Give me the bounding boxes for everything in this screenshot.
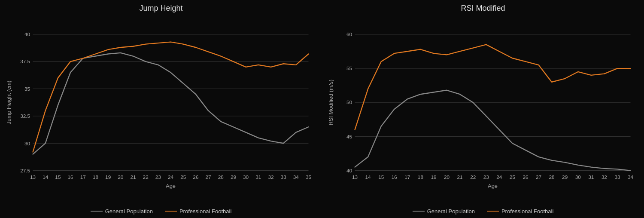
legend-label-general: General Population <box>427 208 475 215</box>
svg-text:25: 25 <box>180 174 186 180</box>
svg-text:19: 19 <box>105 174 111 180</box>
legend-label-football: Professional Football <box>179 208 231 215</box>
svg-text:40: 40 <box>24 31 30 37</box>
svg-text:15: 15 <box>378 174 384 180</box>
svg-text:14: 14 <box>43 174 49 180</box>
legend-rsi-modified: General PopulationProfessional Football <box>413 208 554 215</box>
legend-item-football: Professional Football <box>165 208 231 215</box>
svg-text:37.5: 37.5 <box>20 58 30 64</box>
svg-text:18: 18 <box>93 174 99 180</box>
svg-text:27.5: 27.5 <box>20 167 30 173</box>
svg-text:24: 24 <box>168 174 174 180</box>
svg-text:13: 13 <box>352 174 358 180</box>
legend-line-general <box>91 211 103 212</box>
svg-text:26: 26 <box>522 174 529 180</box>
svg-rsi-modified: 4045505560131415161718192021222324252627… <box>326 16 640 205</box>
svg-text:23: 23 <box>155 174 161 180</box>
legend-item-general: General Population <box>91 208 153 215</box>
svg-text:20: 20 <box>444 174 450 180</box>
svg-text:45: 45 <box>346 133 352 139</box>
chart-title-rsi-modified: RSI Modified <box>461 4 505 13</box>
svg-text:50: 50 <box>346 99 352 105</box>
svg-text:18: 18 <box>418 174 424 180</box>
svg-text:32: 32 <box>601 174 607 180</box>
chart-rsi-modified: RSI Modified4045505560131415161718192021… <box>326 4 640 215</box>
legend-label-football: Professional Football <box>501 208 553 215</box>
svg-text:22: 22 <box>143 174 149 180</box>
svg-text:33: 33 <box>281 174 287 180</box>
svg-text:25: 25 <box>510 174 516 180</box>
legend-line-football <box>165 211 177 212</box>
svg-text:13: 13 <box>30 174 36 180</box>
svg-text:27: 27 <box>536 174 541 180</box>
svg-text:32.5: 32.5 <box>20 113 30 119</box>
svg-text:30: 30 <box>243 174 249 180</box>
svg-text:33: 33 <box>614 174 620 180</box>
svg-text:16: 16 <box>68 174 74 180</box>
svg-text:24: 24 <box>496 174 502 180</box>
svg-text:30: 30 <box>24 140 30 146</box>
svg-text:16: 16 <box>392 174 398 180</box>
svg-text:RSI Modified (m/s): RSI Modified (m/s) <box>328 79 334 125</box>
svg-text:21: 21 <box>457 174 463 180</box>
charts-container: Jump Height27.53032.53537.54013141516171… <box>4 4 640 215</box>
svg-text:40: 40 <box>346 167 352 173</box>
legend-item-football: Professional Football <box>487 208 553 215</box>
svg-text:19: 19 <box>431 174 436 180</box>
svg-text:28: 28 <box>218 174 224 180</box>
legend-line-general <box>413 211 425 212</box>
svg-text:29: 29 <box>231 174 236 180</box>
svg-text:22: 22 <box>470 174 476 180</box>
legend-line-football <box>487 211 499 212</box>
svg-text:27: 27 <box>206 174 211 180</box>
svg-text:60: 60 <box>346 31 352 37</box>
svg-text:14: 14 <box>365 174 371 180</box>
svg-text:23: 23 <box>483 174 489 180</box>
line-jump-height-general <box>33 52 309 154</box>
svg-text:34: 34 <box>628 174 634 180</box>
svg-text:34: 34 <box>293 174 299 180</box>
svg-text:35: 35 <box>24 86 30 92</box>
svg-text:30: 30 <box>575 174 581 180</box>
chart-jump-height: Jump Height27.53032.53537.54013141516171… <box>4 4 318 215</box>
svg-text:26: 26 <box>193 174 199 180</box>
svg-text:Jump Height (cm): Jump Height (cm) <box>6 80 12 124</box>
svg-text:28: 28 <box>549 174 555 180</box>
svg-text:Age: Age <box>166 183 176 189</box>
svg-text:55: 55 <box>346 65 352 71</box>
svg-text:31: 31 <box>588 174 594 180</box>
svg-text:15: 15 <box>55 174 61 180</box>
svg-text:35: 35 <box>306 174 312 180</box>
svg-text:32: 32 <box>268 174 273 180</box>
line-rsi-modified-football <box>355 44 631 129</box>
svg-text:17: 17 <box>80 174 86 180</box>
legend-label-general: General Population <box>105 208 153 215</box>
svg-text:31: 31 <box>255 174 261 180</box>
svg-text:29: 29 <box>562 174 568 180</box>
svg-text:21: 21 <box>130 174 136 180</box>
line-jump-height-football <box>33 42 309 152</box>
svg-text:20: 20 <box>118 174 124 180</box>
legend-jump-height: General PopulationProfessional Football <box>91 208 232 215</box>
svg-text:17: 17 <box>404 174 410 180</box>
line-rsi-modified-general <box>355 90 631 170</box>
svg-text:Age: Age <box>488 183 498 189</box>
legend-item-general: General Population <box>413 208 475 215</box>
chart-title-jump-height: Jump Height <box>139 4 182 13</box>
svg-jump-height: 27.53032.53537.5401314151617181920212223… <box>4 16 318 205</box>
